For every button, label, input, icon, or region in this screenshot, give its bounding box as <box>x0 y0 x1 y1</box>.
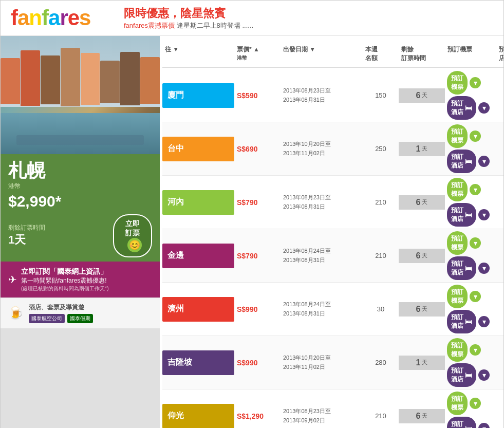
hotel-label: 預訂酒店 <box>451 99 463 117</box>
bed-icon: 🛏 <box>465 318 472 326</box>
hotel-label: 預訂酒店 <box>451 313 463 330</box>
expand-flight-button[interactable]: ▾ <box>470 291 481 302</box>
expand-flight-button[interactable]: ▾ <box>470 398 481 409</box>
dest-remaining: 剩餘訂票時間 1天 <box>8 224 45 248</box>
book-hotel-button[interactable]: 預訂酒店 🛏 <box>447 256 476 280</box>
expand-flight-button[interactable]: ▾ <box>470 77 481 88</box>
canal-water <box>1 113 160 155</box>
th-dest: 往 ▼ <box>162 44 234 64</box>
book-flight-cell: 預訂機票 ▾ 預訂酒店 🛏 ▾ <box>445 69 496 122</box>
expand-hotel-button[interactable]: ▾ <box>478 369 490 381</box>
date-cell: 2013年08月24日至2013年08月31日 <box>281 297 363 321</box>
book-flight-button[interactable]: 預訂機票 <box>447 392 468 415</box>
table-row: 濟州 S$990 2013年08月24日至2013年08月31日 30 6 天 … <box>162 283 504 336</box>
smiley-icon <box>127 238 142 252</box>
book-hotel-button[interactable]: 預訂酒店 🛏 <box>447 96 476 120</box>
expand-hotel-button[interactable]: ▾ <box>478 102 490 114</box>
expand-hotel-button[interactable]: ▾ <box>478 209 490 220</box>
canal-boat <box>16 135 144 144</box>
book-flight-button[interactable]: 預訂機票 <box>447 71 468 95</box>
book-hotel-pair: 預訂酒店 🛏 ▾ <box>447 203 494 227</box>
hotel-package-info: 酒店、套票及導賞遊 國泰航空公司 國泰假期 <box>29 303 93 323</box>
buildings-row <box>1 48 160 113</box>
airline-hkex-badge: 國泰假期 <box>67 314 93 323</box>
price-cell: S$590 <box>234 89 281 102</box>
book-hotel-pair: 預訂酒店 🛏 ▾ <box>447 256 494 280</box>
table-header: 往 ▼ 票價* ▲港幣 出發日期 ▼ 本週名額 剩餘訂票時間 預訂機票 預訂酒店 <box>162 41 504 68</box>
dest-currency: 港幣 <box>8 182 152 191</box>
building-8 <box>140 57 160 104</box>
plane-icon: ✈ <box>8 273 17 286</box>
th-seats: 本週名額 <box>363 44 399 64</box>
logo: fanfares <box>11 6 114 30</box>
time-value: 1 <box>416 358 421 367</box>
seats-cell: 210 <box>363 249 399 262</box>
book-hotel-button[interactable]: 預訂酒店 🛏 <box>447 203 476 227</box>
book-hotel-button[interactable]: 預訂酒店 🛏 <box>447 363 476 387</box>
book-flight-cell: 預訂機票 ▾ 預訂酒店 🛏 ▾ <box>445 389 496 428</box>
bed-icon: 🛏 <box>465 157 472 165</box>
building-1 <box>1 58 20 104</box>
bed-icon: 🛏 <box>465 211 472 219</box>
time-value: 1 <box>416 144 421 154</box>
building-4 <box>61 48 80 106</box>
flights-table: 廈門 S$590 2013年08月23日至2013年08月31日 150 6 天… <box>162 69 504 428</box>
dest-cell: 台中 <box>162 137 234 161</box>
expand-flight-button[interactable]: ▾ <box>470 344 481 356</box>
expand-flight-button[interactable]: ▾ <box>470 184 481 195</box>
book-hotel-pair: 預訂酒店 🛏 ▾ <box>447 96 494 120</box>
dest-cell: 金邊 <box>162 244 234 268</box>
date-cell: 2013年08月23日至2013年08月31日 <box>281 191 363 214</box>
book-flight-button[interactable]: 預訂機票 <box>447 124 468 148</box>
expand-hotel-button[interactable]: ▾ <box>478 423 490 428</box>
book-flight-button[interactable]: 預訂機票 <box>447 285 468 308</box>
cathay-promo-text: 立即訂閱「國泰網上資訊」 第一時間緊貼fanfares震撼優惠! (處理已核對的… <box>21 267 109 292</box>
book-hotel-button[interactable]: 預訂酒店 🛏 <box>447 150 476 173</box>
remaining-label: 剩餘訂票時間 <box>8 224 45 232</box>
hotel-package-label: 酒店、套票及導賞遊 <box>29 303 93 312</box>
time-unit: 天 <box>422 145 427 153</box>
hotel-label: 預訂酒店 <box>451 206 463 224</box>
time-cell: 6 天 <box>399 409 445 423</box>
expand-flight-button[interactable]: ▾ <box>470 131 481 142</box>
expand-hotel-button[interactable]: ▾ <box>478 156 490 167</box>
th-time: 剩餘訂票時間 <box>399 44 445 64</box>
expand-flight-button[interactable]: ▾ <box>470 237 481 249</box>
canal-scene <box>1 36 160 154</box>
dest-cell: 濟州 <box>162 297 234 322</box>
book-flight-pair: 預訂機票 ▾ <box>447 178 494 201</box>
price-cell: S$790 <box>234 196 281 209</box>
time-value: 6 <box>416 198 421 207</box>
price-cell: S$790 <box>234 249 281 263</box>
hotel-label: 預訂酒店 <box>451 259 463 277</box>
promo-schedule: 逢星期二早上8時登場 <box>177 22 240 29</box>
date-cell: 2013年10月20日至2013年11月02日 <box>281 137 363 160</box>
book-flight-button[interactable]: 預訂機票 <box>447 338 468 362</box>
th-book-flight: 預訂機票 <box>445 44 496 64</box>
book-hotel-button[interactable]: 預訂酒店 🛏 <box>447 417 476 428</box>
book-flight-button[interactable]: 預訂機票 <box>447 231 468 255</box>
book-flight-cell: 預訂機票 ▾ 預訂酒店 🛏 ▾ <box>445 283 496 336</box>
bed-icon: 🛏 <box>465 264 472 272</box>
time-unit: 天 <box>422 252 427 259</box>
header-promo: 限時優惠，陰星煞賓 fanfares震撼票價 逢星期二早上8時登場 ...... <box>114 6 493 30</box>
hotel-label: 預訂酒店 <box>451 420 463 428</box>
expand-hotel-button[interactable]: ▾ <box>478 316 490 327</box>
building-6 <box>100 61 120 103</box>
bed-icon: 🛏 <box>465 424 472 428</box>
book-flight-button[interactable]: 預訂機票 <box>447 178 468 201</box>
right-panel: 往 ▼ 票價* ▲港幣 出發日期 ▼ 本週名額 剩餘訂票時間 預訂機票 預訂酒店… <box>160 36 504 428</box>
seats-cell: 250 <box>363 142 399 155</box>
cathay-promo-banner[interactable]: ✈ 立即訂閱「國泰網上資訊」 第一時間緊貼fanfares震撼優惠! (處理已核… <box>1 262 160 297</box>
book-flight-pair: 預訂機票 ▾ <box>447 71 494 95</box>
book-flight-cell: 預訂機票 ▾ 預訂酒店 🛏 ▾ <box>445 229 496 282</box>
book-flight-pair: 預訂機票 ▾ <box>447 338 494 362</box>
expand-hotel-button[interactable]: ▾ <box>478 263 490 274</box>
book-hotel-button[interactable]: 預訂酒店 🛏 <box>447 310 476 333</box>
airlines-logos: 國泰航空公司 國泰假期 <box>29 314 93 323</box>
book-flight-pair: 預訂機票 ▾ <box>447 392 494 415</box>
time-unit: 天 <box>422 359 427 366</box>
book-button[interactable]: 立即 訂票 <box>113 214 152 257</box>
seats-cell: 280 <box>363 356 399 369</box>
date-cell: 2013年08月23日至2013年09月02日 <box>281 404 363 427</box>
